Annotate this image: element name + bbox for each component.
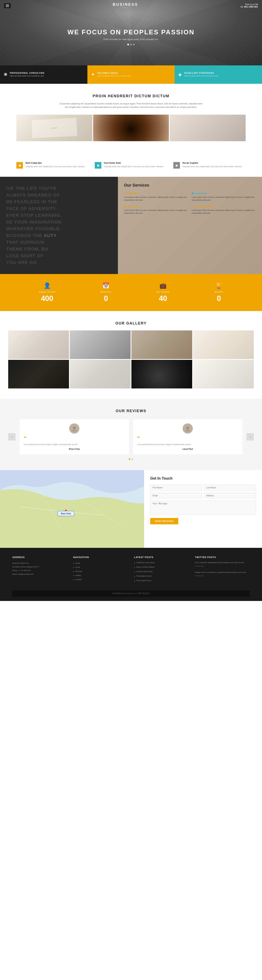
post-text-5: Class aptent lacus xyxy=(136,579,152,582)
awards-icon: 🏆 xyxy=(214,282,223,289)
reviewer-avatar-2 xyxy=(182,423,193,434)
review-card-1: " Ut ac euismod dui ut eros semper, inte… xyxy=(20,419,129,454)
footer-nav-about[interactable]: About xyxy=(73,565,128,570)
about-body: Consectetur adipiscing elit. Suspendisse… xyxy=(59,102,203,109)
dot-1[interactable] xyxy=(127,44,129,45)
reliability-icon: ≡ xyxy=(124,192,126,195)
footer-posts-col: Latest Posts › Vestibulum ante ipsum › M… xyxy=(134,556,189,584)
reviews-title: Our Reviews xyxy=(8,409,254,413)
post-bullet-1: › xyxy=(134,561,135,564)
logo-subtitle: PRO xyxy=(113,7,138,9)
prev-review-button[interactable]: ← xyxy=(8,433,16,441)
hero-pagination xyxy=(67,44,195,45)
svg-point-3 xyxy=(185,429,190,431)
tweet-1-text: Ut ac reisende voluptatibus http://examp… xyxy=(195,561,250,564)
mini-feature-3-text: Occae Cupidst Vulputate lorem sed, fring… xyxy=(182,162,242,169)
svg-point-0 xyxy=(73,426,76,429)
gallery-cell-5 xyxy=(8,360,69,388)
hero-subtitle: Proin convallis leo vitae ligula porta. … xyxy=(67,38,195,40)
mini-feature-2-text: Irure Dolor Aute Vulputate lorem sed, fr… xyxy=(104,162,163,169)
service-experience: ⊞ Experience Lorem ipsum dolor sit amet,… xyxy=(192,192,256,202)
menu-toggle[interactable] xyxy=(4,3,11,8)
quote-mark-2: " xyxy=(137,436,238,441)
mini-feature-1-desc: Vulputate lorem sed, fringilla dolor. Du… xyxy=(26,165,85,168)
gallery-cell-7 xyxy=(131,360,192,388)
footer-bottom-bar: 访问微博社区 bbs.zieniao.com 免费下载更多UI xyxy=(12,590,250,597)
last-name-input[interactable] xyxy=(204,485,256,491)
branches-label: Branches xyxy=(100,291,111,293)
services-grid: ≡ Reliability Lorem ipsum dolor sit amet… xyxy=(124,192,256,215)
footer-company: Daamod Tampor Inc. xyxy=(12,561,67,565)
service-consulting: ◈ Consulting Lorem ipsum dolor sit amet,… xyxy=(124,205,188,215)
email-input[interactable] xyxy=(150,493,202,499)
service-experience-desc: Lorem ipsum dolor sit amet, consectetur … xyxy=(192,196,256,202)
address-input[interactable] xyxy=(204,493,256,499)
footer-nav-services[interactable]: Services xyxy=(73,570,128,574)
post-bullet-5: › xyxy=(134,579,135,582)
tweet-1-time: 02 days ago xyxy=(195,565,250,568)
feature-strategies: ◈ EXCELLENT STRATEGIES officis aut debit… xyxy=(174,65,262,84)
mini-feature-1-text: Sunt Culpa Qui Vulputate lorem sed, frin… xyxy=(26,162,85,169)
footer-post-4: › Phasellque lobortis xyxy=(134,575,189,578)
footer: Address Daamod Tampor Inc. 36 Dalere Pla… xyxy=(0,548,262,601)
dot-2[interactable] xyxy=(130,44,132,45)
ideas-text: VALUABLE IDEAS officis aut debits debits… xyxy=(97,72,131,77)
about-image-3 xyxy=(170,115,246,141)
next-review-button[interactable]: → xyxy=(246,433,254,441)
awards-label: Awards xyxy=(214,291,223,293)
consulting-title: PROFESSIONAL CONSULTING xyxy=(10,72,45,74)
footer-nav-home[interactable]: Home xyxy=(73,561,128,565)
footer-email: Email: info@example.com xyxy=(12,572,67,576)
footer-nav-contact[interactable]: Contact xyxy=(73,578,128,582)
logo-title: BUSINESS xyxy=(113,2,138,7)
svg-text:New York: New York xyxy=(61,512,71,515)
message-input[interactable] xyxy=(150,501,256,515)
post-text-2: Mauris eleifend aliquet xyxy=(136,566,155,568)
review-dot-2[interactable] xyxy=(132,458,133,460)
reviewer-name-1: Rosy Crisp xyxy=(24,448,125,450)
ideas-icon: ✦ xyxy=(91,72,95,77)
services-overlay: Our Services ≡ Reliability Lorem ipsum d… xyxy=(118,177,262,274)
email-row xyxy=(150,493,256,499)
footer-post-3: › Aenean vitae iraque xyxy=(134,570,189,573)
send-button[interactable]: SEND MESSAGE xyxy=(150,518,178,524)
service-reliability: ≡ Reliability Lorem ipsum dolor sit amet… xyxy=(124,192,188,202)
call-label: Give us a Call xyxy=(240,3,258,6)
service-happy-title: ☺ Happy customer xyxy=(192,205,256,208)
consulting-icon: ❋ xyxy=(4,72,7,77)
gallery-cell-6 xyxy=(70,360,131,388)
mini-features-row: ▣ Sunt Culpa Qui Vulputate lorem sed, fr… xyxy=(0,158,262,177)
mini-feature-1-icon: ▣ xyxy=(16,162,23,169)
about-section: PROIN HENDRERIT DICTUM DICTUM Consectetu… xyxy=(0,84,262,158)
footer-twitter-title: Twitter Posts xyxy=(195,556,250,558)
consulting-desc: officis aut debits debits Proin convalli… xyxy=(10,75,45,77)
review-dot-1[interactable] xyxy=(129,458,130,460)
mini-feature-1-title: Sunt Culpa Qui xyxy=(26,162,85,164)
post-bullet-3: › xyxy=(134,570,135,573)
gallery-cell-4 xyxy=(193,331,254,359)
experience-icon: ⊞ xyxy=(192,192,194,195)
branches-icon: 📅 xyxy=(100,282,111,289)
footer-post-5: › Class aptent lacus xyxy=(134,579,189,582)
svg-point-2 xyxy=(186,426,189,429)
footer-post-2: › Mauris eleifend aliquet xyxy=(134,566,189,569)
services-content-panel: Our Services ≡ Reliability Lorem ipsum d… xyxy=(118,177,262,274)
next-arrow-icon: → xyxy=(249,435,252,439)
review-pagination xyxy=(8,458,254,460)
about-image-2 xyxy=(93,115,169,141)
branches-number: 0 xyxy=(100,294,111,303)
dot-3[interactable] xyxy=(133,44,135,45)
mini-feature-2-title: Irure Dolor Aute xyxy=(104,162,163,164)
first-name-input[interactable] xyxy=(150,485,202,491)
reviews-section: Our Reviews ← " Ut ac euismod dui ut ero… xyxy=(0,399,262,470)
service-reliability-desc: Lorem ipsum dolor sit amet, consectetur … xyxy=(124,196,188,202)
contact-form-area: Get In Touch SEND MESSAGE xyxy=(144,470,262,548)
footer-twitter-col: Twitter Posts Ut ac reisende voluptatibu… xyxy=(195,556,250,584)
map-area: New York xyxy=(0,470,144,548)
tweet-2-time: 03 days ago xyxy=(195,574,250,577)
svg-point-1 xyxy=(72,429,77,431)
services-quote-panel: IVE THE LIFE YOU'VE ALWAYS DREAMED OF. B… xyxy=(0,177,118,274)
reviews-cards: " Ut ac euismod dui ut eros semper, inte… xyxy=(20,419,242,454)
footer-nav-gallery[interactable]: Gallery xyxy=(73,574,128,578)
gallery-cell-1 xyxy=(8,331,69,359)
